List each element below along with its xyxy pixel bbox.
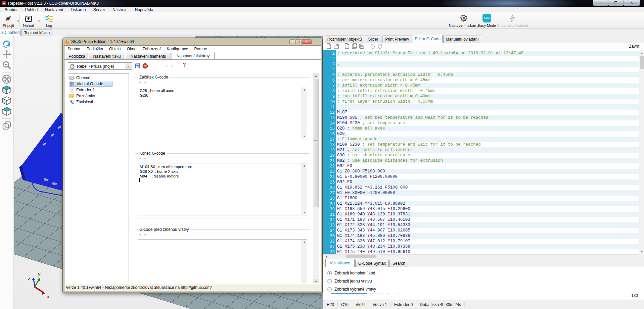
printer-settings-button[interactable]: Nastavení tiskárny [447,13,481,28]
gcode-line: G1 Z0.300 F5100.000 [337,169,385,174]
minimize-button[interactable]: — [593,0,608,6]
slicer-maximize-button[interactable]: ❐ [295,39,301,44]
tree-item-1[interactable]: Vlastní G-code [69,81,112,87]
editor-tab-0[interactable]: Rozmístění objektů [325,36,364,43]
window-title: Repetier-Host V2.1.3 - LCD-cover-ORIGINA… [8,1,99,6]
editor-tab-1[interactable]: Slicer [365,36,381,43]
line-number: 12 [323,110,335,115]
slicer-menu-soubor[interactable]: Soubor [64,47,84,51]
menu-nástroje[interactable]: Nástroje [109,7,131,12]
app-icon [2,1,6,6]
gcode-line: G1 E-0.80000 F1200.00000 [337,174,398,179]
start-gcode-textarea[interactable]: G28 ; home all axes G29; [138,87,307,139]
tree-item-3[interactable]: Poznámky [69,93,126,99]
fit-view-icon[interactable] [2,74,12,84]
copy-icon[interactable] [352,43,357,49]
front-view-icon[interactable] [2,96,12,106]
gcode-line: ; top infill extrusion width = 0.40mm [337,94,430,99]
line-number: 24 [323,174,335,180]
editor-gutter: 1234567891011121314151617181920212223242… [323,50,336,254]
slicer-tab-3[interactable]: Nastavení tiskárny [172,52,215,59]
redo-icon[interactable] [377,43,383,49]
connect-dropdown-arrow[interactable]: ▼ [17,20,19,23]
tab-3d-preview[interactable]: 3D náhled [0,29,21,36]
connect-button[interactable]: Připojit [1,13,16,28]
printer-preset-select[interactable]: Rebel - Prusa (moje) ▼ [68,62,132,70]
slicer-menu-podložka[interactable]: Podložka [84,47,106,51]
open-file-icon[interactable] [344,43,350,49]
svg-text:z: z [28,276,30,281]
isometric-view-icon[interactable] [2,85,12,95]
editor-tab-2[interactable]: Print Preview [382,36,412,43]
menu-nápověda[interactable]: Nápověda [131,7,157,12]
lightning-icon [508,14,517,22]
funnel-icon [69,87,74,93]
close-editor-button[interactable]: Zavřít [629,44,639,49]
top-view-icon[interactable] [2,106,12,116]
slicer-tab-2[interactable]: Nastavení filamentu [126,53,171,59]
objects-icon[interactable] [2,120,12,131]
upload-button[interactable]: Nahrát [21,13,36,28]
undo-icon[interactable] [370,43,375,49]
line-number: 5 [323,72,335,78]
line-number: 27 [323,191,335,196]
slicer-minimize-button[interactable]: — [289,39,295,44]
end-gcode-textarea[interactable]: M104 S0 ; turn off temperature G28 X0 ; … [138,163,307,215]
export-file-icon[interactable] [333,43,339,49]
slicer-close-button[interactable]: ✕ [302,39,312,44]
editor-tab-4[interactable]: Manuální ovládání [443,36,481,43]
slicer-menu-zobrazení[interactable]: Zobrazení [139,47,164,51]
delete-preset-icon[interactable] [142,63,148,69]
tree-item-4[interactable]: Závislosti [69,99,126,105]
zoom-icon[interactable] [2,60,12,70]
line-number: 16 [323,132,335,137]
bottom-tab-2[interactable]: Search [389,260,408,267]
save-icon[interactable] [359,43,365,49]
editor-tab-3[interactable]: Editor G-Codu [413,35,443,43]
editor-hscrollbar[interactable]: ◄ [323,254,639,259]
preset-dropdown-arrow[interactable]: ▼ [126,63,132,69]
slicer-tab-1[interactable]: Nastavení tisku [89,53,125,59]
layer-gcode-textarea[interactable] [138,239,307,283]
log-button[interactable]: Log [42,13,56,28]
gear-icon [460,14,468,22]
redo-dot [171,65,173,67]
emergency-stop-button[interactable]: Nouzové přerušení [494,13,531,28]
help-button[interactable]: ? [183,62,186,68]
menu-tiskárna[interactable]: Tiskárna [67,7,90,12]
close-button[interactable]: ✕ [623,0,640,6]
text-caret [139,178,140,182]
slicer-menu-konfigurace[interactable]: Konfigurace [164,47,191,51]
save-preset-icon[interactable] [135,63,141,69]
menu-server[interactable]: Server [90,7,109,12]
slicer-tab-0[interactable]: Podložka [66,53,88,59]
slicer-menu-okno[interactable]: Okno [124,47,140,51]
radio-selected-layers[interactable]: Zobrazit vybrané vrstvy [327,287,376,292]
move-view-icon[interactable] [2,49,12,59]
menu-pohled[interactable]: Pohled [21,7,41,12]
status-segment-0: R23 [327,302,338,307]
slicer-menu-pomoc[interactable]: Pomoc [191,47,210,51]
radio-single-layer[interactable]: Zobrazit jednu vrstvu [327,279,372,284]
menu-nastavení[interactable]: Nastavení [41,7,67,12]
bottom-tab-1[interactable]: G-Code Syntax [355,260,389,267]
menu-soubor[interactable]: Soubor [1,7,21,12]
gcode-line: G1 X21.224 Y43.015 E0.88802 [337,201,405,206]
bottom-tab-0[interactable]: Vizualizace [325,259,355,267]
settings-scrollbar[interactable]: ▲ ▼ [313,73,319,283]
gcode-editor[interactable]: 1234567891011121314151617181920212223242… [323,50,639,254]
tree-item-0[interactable]: Obecné [69,75,126,81]
general-icon [69,75,74,81]
rotate-view-icon[interactable] [2,39,12,49]
maximize-button[interactable]: ❐ [608,0,624,6]
tab-temperature-curve[interactable]: Teplotní křivka [21,30,52,36]
tree-item-2[interactable]: Extruder 1 [69,87,126,93]
layer-slider[interactable] [331,293,367,294]
editor-vscrollbar[interactable]: ▲ ▼ [639,50,644,254]
upload-dropdown-arrow[interactable]: ▼ [38,20,40,23]
line-number: 13 [323,115,335,121]
radio-full-code[interactable]: Zobrazit kompletní kód [327,271,375,275]
gcode-line: G1 E0.80000 F1200.00000 [337,190,395,196]
slicer-menu-objekt[interactable]: Objekt [106,47,124,51]
new-file-icon[interactable] [326,43,332,49]
